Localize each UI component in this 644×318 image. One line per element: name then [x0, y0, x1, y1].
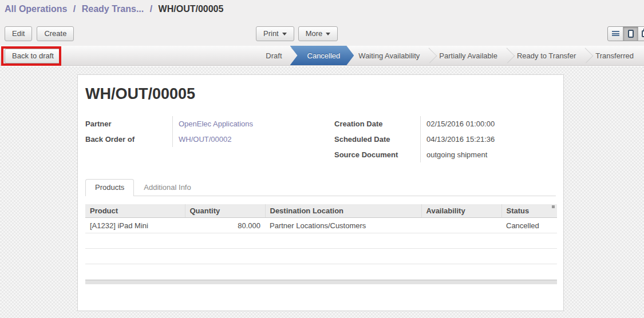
- empty-row: [85, 233, 557, 249]
- column-header-status[interactable]: Status: [501, 204, 557, 218]
- status-row: Back to draft Draft Cancelled Waiting Av…: [0, 46, 644, 66]
- column-selector-icon[interactable]: [552, 205, 555, 208]
- column-header-quantity[interactable]: Quantity: [185, 204, 265, 218]
- action-buttons: Print More: [256, 26, 338, 41]
- source-document-value: outgoing shipment: [420, 147, 523, 162]
- back-order-of-label: Back Order of: [85, 132, 172, 147]
- notebook-tabs: Products Additional Info: [85, 180, 556, 196]
- table-header-row: Product Quantity Destination Location Av…: [85, 204, 557, 218]
- breadcrumb-separator: /: [73, 4, 76, 14]
- breadcrumb-separator: /: [150, 4, 152, 14]
- print-dropdown-button[interactable]: Print: [256, 26, 294, 41]
- scheduled-date-label: Scheduled Date: [334, 132, 420, 147]
- breadcrumb-all-operations[interactable]: All Operations: [5, 4, 67, 14]
- products-table: Product Quantity Destination Location Av…: [85, 204, 557, 280]
- breadcrumb-current: WH/OUT/00005: [159, 4, 224, 14]
- state-ready-to-transfer[interactable]: Ready to Transfer: [509, 46, 584, 65]
- form-icon: [628, 30, 634, 38]
- view-switcher: [607, 26, 644, 41]
- list-footer-bar: [85, 280, 557, 284]
- caret-down-icon: [326, 33, 330, 35]
- empty-row: [85, 249, 557, 264]
- partner-label: Partner: [85, 116, 172, 132]
- source-document-label: Source Document: [334, 147, 420, 162]
- record-buttons: Edit Create: [5, 26, 74, 41]
- right-field-group: Creation Date 02/15/2016 01:00:00 Schedu…: [334, 116, 523, 162]
- tab-additional-info[interactable]: Additional Info: [134, 179, 200, 196]
- edit-button[interactable]: Edit: [5, 26, 32, 41]
- back-order-of-value-link[interactable]: WH/OUT/00002: [172, 132, 334, 147]
- cell-destination-location: Partner Locations/Customers: [265, 218, 421, 233]
- field-groups: Partner OpenElec Applications Back Order…: [85, 116, 556, 162]
- list-view-button[interactable]: [608, 27, 623, 41]
- back-to-draft-button[interactable]: Back to draft: [5, 49, 61, 63]
- column-header-availability[interactable]: Availability: [421, 204, 501, 218]
- calendar-view-button[interactable]: [638, 27, 644, 41]
- list-icon: [612, 31, 619, 37]
- breadcrumb: All Operations / Ready Trans... / WH/OUT…: [5, 4, 223, 14]
- create-button[interactable]: Create: [37, 26, 74, 41]
- left-field-group: Partner OpenElec Applications Back Order…: [85, 116, 334, 162]
- cell-availability: [421, 218, 501, 233]
- cell-product: [A1232] iPad Mini: [85, 218, 185, 233]
- state-cancelled[interactable]: Cancelled: [290, 46, 354, 65]
- page-title: WH/OUT/00005: [85, 85, 556, 104]
- state-partially-available[interactable]: Partially Available: [431, 46, 505, 65]
- column-header-destination-location[interactable]: Destination Location: [265, 204, 421, 218]
- scheduled-date-value: 04/13/2016 15:21:36: [420, 132, 523, 147]
- column-header-product[interactable]: Product: [85, 204, 185, 218]
- breadcrumb-ready-transfers[interactable]: Ready Trans...: [82, 4, 144, 14]
- empty-row: [85, 264, 557, 280]
- partner-value-link[interactable]: OpenElec Applications: [172, 116, 334, 132]
- creation-date-value: 02/15/2016 01:00:00: [420, 116, 523, 132]
- state-transferred[interactable]: Transferred: [587, 46, 642, 65]
- calendar-icon: [642, 30, 644, 37]
- top-chrome: All Operations / Ready Trans... / WH/OUT…: [0, 0, 644, 66]
- products-list: Product Quantity Destination Location Av…: [85, 204, 556, 284]
- state-waiting-availability[interactable]: Waiting Availability: [350, 46, 428, 65]
- caret-down-icon: [282, 33, 287, 35]
- form-canvas: WH/OUT/00005 Partner OpenElec Applicatio…: [0, 66, 644, 318]
- more-dropdown-button[interactable]: More: [298, 26, 338, 41]
- form-view-button[interactable]: [623, 27, 638, 41]
- table-row[interactable]: [A1232] iPad Mini 80.000 Partner Locatio…: [85, 218, 557, 233]
- cell-quantity: 80.000: [185, 218, 265, 233]
- form-sheet: WH/OUT/00005 Partner OpenElec Applicatio…: [77, 74, 564, 311]
- statusbar: Draft Cancelled Waiting Availability Par…: [258, 46, 642, 65]
- creation-date-label: Creation Date: [334, 116, 420, 132]
- cell-status: Cancelled: [501, 218, 557, 233]
- tab-products[interactable]: Products: [85, 179, 134, 196]
